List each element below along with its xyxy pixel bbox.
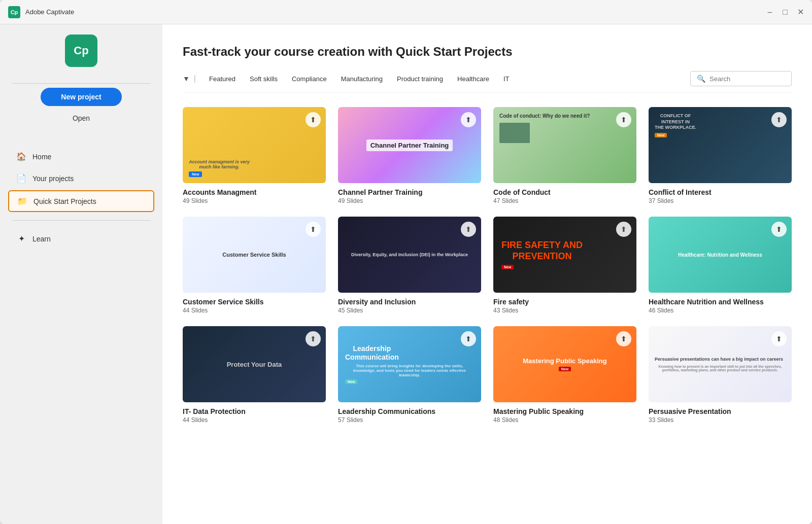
page-title: Fast-track your course creation with Qui…: [183, 45, 792, 59]
sidebar-logo: Cp: [65, 34, 97, 67]
sidebar-divider-bottom: [12, 220, 150, 221]
file-icon: 📄: [16, 173, 26, 183]
project-thumbnail-fire: FIRE SAFETY ANDPREVENTION New ⬆: [493, 217, 636, 293]
search-box: 🔍: [690, 71, 792, 86]
project-name-healthcare: Healthcare Nutrition and Wellness: [649, 298, 792, 306]
upload-icon-speaking[interactable]: ⬆: [616, 331, 631, 346]
project-card-channel[interactable]: Channel Partner Training ⬆ Channel Partn…: [338, 107, 481, 204]
search-input[interactable]: [709, 75, 781, 83]
open-button[interactable]: Open: [0, 110, 162, 126]
sidebar-item-home[interactable]: 🏠 Home: [8, 147, 154, 166]
project-card-diversity[interactable]: Diversity, Equity, and Inclusion (DEI) i…: [338, 217, 481, 314]
project-name-channel: Channel Partner Training: [338, 188, 481, 196]
project-card-fire[interactable]: FIRE SAFETY ANDPREVENTION New ⬆ Fire saf…: [493, 217, 636, 314]
project-name-speaking: Mastering Public Speaking: [493, 407, 636, 415]
upload-icon-fire[interactable]: ⬆: [616, 222, 631, 237]
upload-icon-persuasive[interactable]: ⬆: [771, 331, 787, 346]
content-area: Fast-track your course creation with Qui…: [162, 24, 812, 524]
project-card-speaking[interactable]: Mastering Public Speaking New ⬆ Masterin…: [493, 326, 636, 424]
project-slides-healthcare: 46 Slides: [649, 307, 792, 314]
filter-icon: ▼: [183, 75, 190, 83]
project-name-it: IT- Data Protection: [183, 407, 326, 415]
project-name-accounts: Accounts Managment: [183, 188, 326, 196]
upload-icon-healthcare[interactable]: ⬆: [771, 222, 787, 237]
project-card-conflict[interactable]: CONFLICT OFINTEREST INTHE WORKPLACE. New…: [649, 107, 792, 204]
project-card-leadership[interactable]: LeadershipCommunication This course will…: [338, 326, 481, 424]
upload-icon-accounts[interactable]: ⬆: [306, 112, 321, 127]
sidebar-item-home-label: Home: [32, 153, 51, 161]
project-thumbnail-customer: Customer Service Skills ⬆: [183, 217, 326, 293]
sidebar-divider-top: [12, 83, 150, 84]
upload-icon-diversity[interactable]: ⬆: [461, 222, 476, 237]
close-button[interactable]: ✕: [797, 9, 804, 16]
filter-bar: ▼ | Featured Soft skills Compliance Manu…: [183, 71, 792, 93]
sidebar-item-learn-label: Learn: [32, 235, 51, 243]
project-slides-leadership: 57 Slides: [338, 416, 481, 424]
project-name-leadership: Leadership Communications: [338, 407, 481, 415]
project-slides-diversity: 45 Slides: [338, 307, 481, 314]
project-thumbnail-it: Protect Your Data ⬆: [183, 326, 326, 402]
project-thumbnail-channel: Channel Partner Training ⬆: [338, 107, 481, 183]
project-card-persuasive[interactable]: Persuasive presentations can have a big …: [649, 326, 792, 424]
upload-icon-it[interactable]: ⬆: [306, 331, 321, 346]
project-slides-channel: 49 Slides: [338, 197, 481, 204]
project-name-diversity: Diversity and Inclusion: [338, 298, 481, 306]
new-project-button[interactable]: New project: [41, 88, 122, 106]
filter-tab-healthcare[interactable]: Healthcare: [450, 73, 496, 85]
project-thumbnail-code: Code of conduct: Why do we need it? ⬆: [493, 107, 636, 183]
project-slides-code: 47 Slides: [493, 197, 636, 204]
sidebar: Cp New project Open 🏠 Home 📄 Your projec…: [0, 24, 162, 524]
app-window: Cp Adobe Captivate – □ ✕ Cp New project …: [0, 0, 812, 524]
project-thumbnail-persuasive: Persuasive presentations can have a big …: [649, 326, 792, 402]
search-icon: 🔍: [697, 75, 705, 83]
project-slides-conflict: 37 Slides: [649, 197, 792, 204]
sidebar-item-your-projects-label: Your projects: [32, 174, 74, 183]
app-title: Adobe Captivate: [25, 8, 766, 16]
main-layout: Cp New project Open 🏠 Home 📄 Your projec…: [0, 24, 812, 524]
filter-tab-soft-skills[interactable]: Soft skills: [243, 73, 285, 85]
window-controls: – □ ✕: [766, 9, 804, 16]
project-thumbnail-accounts: Account managment is verymuch like farmi…: [183, 107, 326, 183]
sidebar-item-quick-start-label: Quick Start Projects: [33, 197, 96, 205]
projects-grid: Account managment is verymuch like farmi…: [183, 107, 792, 424]
project-name-code: Code of Conduct: [493, 188, 636, 196]
filter-tab-compliance[interactable]: Compliance: [285, 73, 334, 85]
project-thumbnail-healthcare: Healthcare: Nutrition and Wellness ⬆: [649, 217, 792, 293]
project-card-customer[interactable]: Customer Service Skills ⬆ Customer Servi…: [183, 217, 326, 314]
upload-icon-channel[interactable]: ⬆: [461, 112, 476, 127]
titlebar: Cp Adobe Captivate – □ ✕: [0, 0, 812, 24]
project-card-accounts[interactable]: Account managment is verymuch like farmi…: [183, 107, 326, 204]
filter-tab-it[interactable]: IT: [496, 73, 517, 85]
home-icon: 🏠: [16, 152, 26, 161]
project-slides-customer: 44 Slides: [183, 307, 326, 314]
sidebar-item-learn[interactable]: ✦ Learn: [0, 229, 162, 249]
minimize-button[interactable]: –: [766, 9, 773, 16]
project-slides-fire: 43 Slides: [493, 307, 636, 314]
sidebar-item-your-projects[interactable]: 📄 Your projects: [8, 168, 154, 188]
filter-tab-featured[interactable]: Featured: [202, 73, 243, 85]
project-name-persuasive: Persuasive Presentation: [649, 407, 792, 415]
learn-icon: ✦: [16, 234, 26, 243]
upload-icon-conflict[interactable]: ⬆: [771, 112, 787, 127]
project-card-code[interactable]: Code of conduct: Why do we need it? ⬆ Co…: [493, 107, 636, 204]
upload-icon-customer[interactable]: ⬆: [306, 222, 321, 237]
project-thumbnail-speaking: Mastering Public Speaking New ⬆: [493, 326, 636, 402]
upload-icon-code[interactable]: ⬆: [616, 112, 631, 127]
sidebar-item-quick-start[interactable]: 📁 Quick Start Projects: [8, 190, 154, 212]
filter-tab-product-training[interactable]: Product training: [390, 73, 450, 85]
upload-icon-leadership[interactable]: ⬆: [461, 331, 476, 346]
maximize-button[interactable]: □: [782, 9, 789, 16]
project-name-fire: Fire safety: [493, 298, 636, 306]
project-thumbnail-leadership: LeadershipCommunication This course will…: [338, 326, 481, 402]
sidebar-nav: 🏠 Home 📄 Your projects 📁 Quick Start Pro…: [0, 147, 162, 212]
filter-tab-manufacturing[interactable]: Manufacturing: [334, 73, 390, 85]
project-thumbnail-diversity: Diversity, Equity, and Inclusion (DEI) i…: [338, 217, 481, 293]
project-thumbnail-conflict: CONFLICT OFINTEREST INTHE WORKPLACE. New…: [649, 107, 792, 183]
project-card-it[interactable]: Protect Your Data ⬆ IT- Data Protection …: [183, 326, 326, 424]
project-card-healthcare[interactable]: Healthcare: Nutrition and Wellness ⬆ Hea…: [649, 217, 792, 314]
project-name-customer: Customer Service Skills: [183, 298, 326, 306]
project-slides-speaking: 48 Slides: [493, 416, 636, 424]
folder-icon: 📁: [17, 196, 27, 206]
app-logo: Cp: [8, 6, 20, 18]
project-name-conflict: Conflict of Interest: [649, 188, 792, 196]
